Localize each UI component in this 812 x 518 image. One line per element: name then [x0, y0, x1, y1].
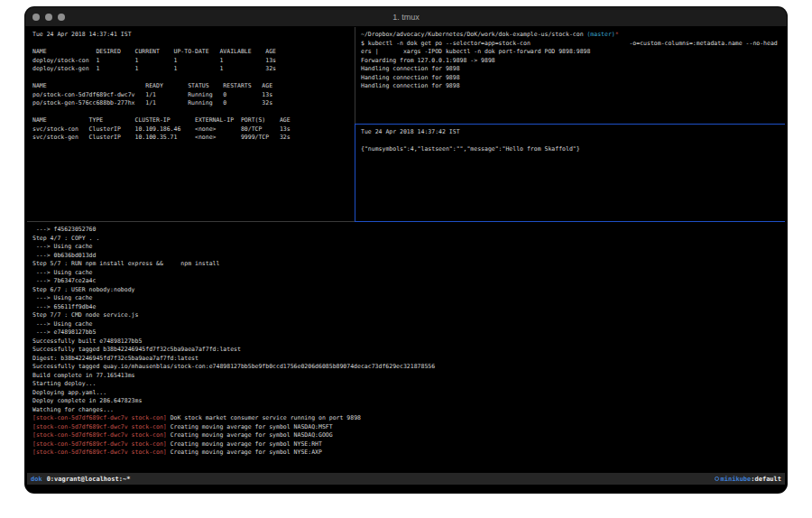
terminal-line: ---> 0b636bd013dd: [32, 252, 780, 261]
terminal-line: $ kubectl -n dok get po --selector=app=s…: [361, 40, 781, 49]
terminal-line: svc/stock-gen ClusterIP 10.100.35.71 <no…: [32, 134, 349, 143]
screenshot-canvas: 1. tmux Tue 24 Apr 2018 14:37:41 ISTNAME…: [0, 0, 812, 518]
kube-context-label: minikube: [721, 476, 752, 483]
pane-divider-vertical-active[interactable]: [355, 124, 355, 222]
terminal-line: ---> 7b6347ce2a4c: [32, 277, 780, 286]
terminal-line: [361, 137, 781, 146]
terminal-line: Successfully tagged quay.io/mhausenblas/…: [32, 363, 780, 372]
tmux-terminal: Tue 24 Apr 2018 14:37:41 ISTNAME DESIRED…: [25, 27, 787, 493]
terminal-line: [stock-con-5d7df689cf-dwc7v stock-con] C…: [32, 423, 780, 432]
terminal-line: ---> Using cache: [32, 269, 780, 278]
terminal-line: Handling connection for 9898: [361, 65, 781, 74]
window-titlebar: 1. tmux: [25, 7, 787, 27]
terminal-line: Handling connection for 9898: [361, 82, 781, 91]
terminal-line: deploy/stock-gen 1 1 1 1 32s: [32, 65, 349, 74]
terminal-line: ---> f45623052760: [32, 226, 780, 235]
tmux-session-name[interactable]: dok: [31, 476, 42, 483]
terminal-line: svc/stock-con ClusterIP 10.109.186.46 <n…: [32, 125, 349, 134]
terminal-line: ~/Dropbox/advocacy/Kubernetes/DoK/work/d…: [361, 31, 781, 40]
terminal-line: Digest: b38b42246945fd7f32c5ba9aea7af7fd…: [32, 355, 780, 364]
terminal-line: Tue 24 Apr 2018 14:37:42 IST: [361, 128, 781, 137]
terminal-line: NAME DESIRED CURRENT UP-TO-DATE AVAILABL…: [32, 48, 349, 57]
terminal-line: {"numsymbols":4,"lastseen":"","message":…: [361, 145, 781, 154]
terminal-line: Deploying app.yaml...: [32, 389, 780, 398]
terminal-line: [stock-con-5d7df689cf-dwc7v stock-con] D…: [32, 414, 780, 423]
terminal-line: deploy/stock-con 1 1 1 1 13s: [32, 57, 349, 66]
terminal-line: ers | xargs -IPOD kubectl -n dok port-fo…: [361, 48, 781, 57]
terminal-line: [stock-con-5d7df689cf-dwc7v stock-con] C…: [32, 440, 780, 449]
terminal-line: ---> Using cache: [32, 320, 780, 329]
terminal-line: Handling connection for 9898: [361, 74, 781, 83]
terminal-line: ---> Using cache: [32, 243, 780, 252]
pane-divider-horizontal-inactive[interactable]: [27, 221, 355, 222]
terminal-line: Forwarding from 127.0.0.1:9898 -> 9898: [361, 57, 781, 66]
terminal-line: ---> Using cache: [32, 294, 780, 303]
window-title: 1. tmux: [25, 7, 787, 27]
terminal-line: [32, 108, 349, 117]
terminal-line: Step 7/7 : CMD node service.js: [32, 311, 780, 320]
terminal-line: [stock-con-5d7df689cf-dwc7v stock-con] C…: [32, 449, 780, 458]
terminal-line: Successfully built e74898127bb5: [32, 338, 780, 347]
pane-watch-service[interactable]: Tue 24 Apr 2018 14:37:42 IST{"numsymbols…: [357, 125, 785, 221]
terminal-line: Tue 24 Apr 2018 14:37:41 IST: [32, 31, 349, 40]
terminal-line: po/stock-con-5d7df689cf-dwc7v 1/1 Runnin…: [32, 91, 349, 100]
terminal-line: Step 6/7 : USER nobody:nobody: [32, 286, 780, 295]
pane-divider-horizontal-active-top[interactable]: [355, 124, 785, 125]
helm-wheel-icon: [715, 476, 719, 481]
terminal-line: Deploy complete in 286.647823ms: [32, 397, 780, 406]
terminal-line: [32, 40, 349, 49]
pane-divider-horizontal-active-bottom[interactable]: [355, 221, 785, 222]
tmux-window-item[interactable]: 0:vagrant@localhost:~*: [47, 476, 131, 483]
terminal-line: Starting deploy...: [32, 380, 780, 389]
pane-kubectl-overview[interactable]: Tue 24 Apr 2018 14:37:41 ISTNAME DESIRED…: [27, 27, 355, 221]
terminal-line: Watching for changes...: [32, 406, 780, 415]
pane-skaffold-build-log[interactable]: ---> f45623052760Step 4/7 : COPY . . ---…: [27, 222, 785, 466]
terminal-line: [32, 74, 349, 83]
terminal-line: po/stock-gen-576cc688bb-277hx 1/1 Runnin…: [32, 99, 349, 108]
pane-port-forward[interactable]: ~/Dropbox/advocacy/Kubernetes/DoK/work/d…: [357, 27, 785, 124]
terminal-line: Build complete in 77.165413ms: [32, 372, 780, 381]
terminal-line: Successfully tagged b38b42246945fd7f32c5…: [32, 346, 780, 355]
terminal-line: NAME TYPE CLUSTER-IP EXTERNAL-IP PORT(S)…: [32, 116, 349, 125]
terminal-line: NAME READY STATUS RESTARTS AGE: [32, 82, 349, 91]
terminal-line: [stock-con-5d7df689cf-dwc7v stock-con] C…: [32, 431, 780, 440]
terminal-window: 1. tmux Tue 24 Apr 2018 14:37:41 ISTNAME…: [25, 7, 787, 493]
terminal-line: ---> 65611ff9db4e: [32, 303, 780, 312]
terminal-line: Step 5/7 : RUN npm install express && np…: [32, 260, 780, 269]
kube-namespace-label: :default: [751, 476, 781, 483]
terminal-line: ---> e74898127bb5: [32, 328, 780, 338]
tmux-status-bar: dok 0:vagrant@localhost:~* minikube :def…: [27, 473, 785, 485]
pane-divider-vertical-inactive[interactable]: [355, 27, 355, 124]
terminal-line: Step 4/7 : COPY . .: [32, 235, 780, 244]
